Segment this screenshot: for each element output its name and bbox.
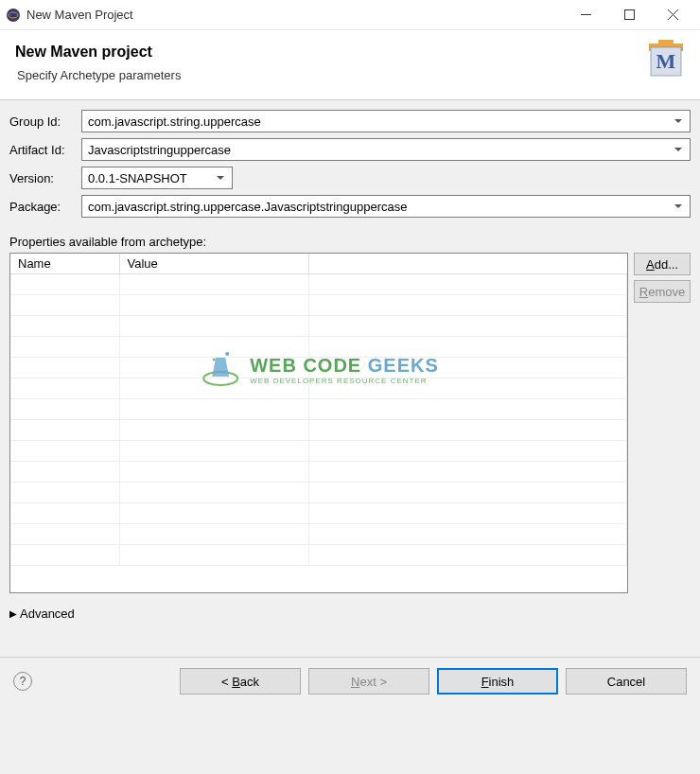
- advanced-toggle[interactable]: ▶ Advanced: [0, 593, 700, 634]
- add-button[interactable]: Add...: [634, 253, 691, 275]
- table-row: [10, 462, 627, 483]
- cancel-button[interactable]: Cancel: [566, 668, 687, 695]
- table-row: [10, 545, 627, 566]
- finish-button[interactable]: Finish: [437, 668, 558, 695]
- maximize-button[interactable]: [607, 0, 651, 30]
- table-row: [10, 295, 627, 316]
- package-input[interactable]: com.javascript.string.uppercase.Javascri…: [81, 195, 691, 218]
- close-button[interactable]: [651, 0, 694, 30]
- window-title: New Maven Project: [26, 8, 564, 22]
- artifact-id-label: Artifact Id:: [9, 143, 81, 157]
- wizard-title: New Maven project: [15, 44, 685, 61]
- table-row: [10, 503, 627, 524]
- table-row: [10, 441, 627, 462]
- table-row: [10, 316, 627, 337]
- wizard-header: New Maven project Specify Archetype para…: [0, 30, 700, 100]
- version-label: Version:: [9, 171, 81, 185]
- package-label: Package:: [9, 200, 81, 214]
- maven-wizard-icon: M: [645, 38, 687, 79]
- properties-table[interactable]: Name Value: [9, 253, 628, 593]
- back-button[interactable]: < Back: [180, 668, 301, 695]
- eclipse-icon: [6, 8, 21, 23]
- svg-rect-3: [624, 10, 634, 20]
- col-header-empty: [308, 254, 627, 274]
- svg-text:M: M: [656, 49, 676, 73]
- table-row: [10, 420, 627, 441]
- title-bar: New Maven Project: [0, 0, 700, 30]
- table-row: [10, 483, 627, 503]
- table-row: [10, 378, 627, 399]
- table-row: [10, 274, 627, 295]
- col-header-name[interactable]: Name: [10, 254, 119, 274]
- wizard-footer: ? < Back Next > Finish Cancel: [0, 658, 700, 705]
- group-id-label: Group Id:: [9, 114, 81, 129]
- table-row: [10, 337, 627, 358]
- wizard-subtitle: Specify Archetype parameters: [15, 68, 685, 82]
- advanced-label: Advanced: [20, 607, 75, 621]
- properties-label: Properties available from archetype:: [0, 229, 700, 253]
- minimize-button[interactable]: [564, 0, 607, 30]
- remove-button[interactable]: Remove: [634, 280, 691, 303]
- col-header-value[interactable]: Value: [119, 254, 308, 274]
- chevron-right-icon: ▶: [9, 608, 17, 619]
- next-button: Next >: [308, 668, 429, 695]
- version-dropdown[interactable]: 0.0.1-SNAPSHOT: [81, 167, 233, 189]
- table-row: [10, 524, 627, 545]
- artifact-id-input[interactable]: Javascriptstringuppercase: [81, 138, 691, 161]
- form-area: Group Id: com.javascript.string.uppercas…: [0, 100, 700, 229]
- table-row: [10, 358, 627, 378]
- table-row: [10, 399, 627, 420]
- group-id-input[interactable]: com.javascript.string.uppercase: [81, 110, 691, 132]
- help-icon[interactable]: ?: [13, 672, 32, 691]
